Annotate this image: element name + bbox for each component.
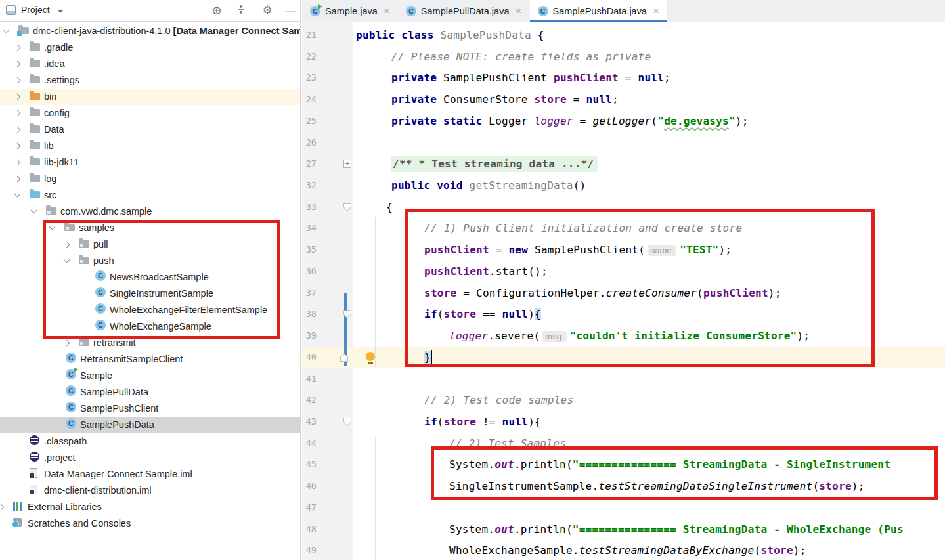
tab-samplepushdata-java[interactable]: CSamplePushData.java✕ xyxy=(530,0,668,22)
fold-marker-plus[interactable]: + xyxy=(343,160,351,168)
tree-item-label: lib-jdk11 xyxy=(44,157,79,167)
tree-item-label: .project xyxy=(44,452,76,463)
tree-item-sample[interactable]: CSample xyxy=(0,368,300,384)
code-line-32[interactable]: public void getStreamingData() xyxy=(353,175,945,196)
code-line-48[interactable]: System.out.println("=============== Stre… xyxy=(353,519,945,540)
tree-item-settings[interactable]: .settings xyxy=(0,72,300,89)
chevron-right-icon[interactable] xyxy=(14,61,21,68)
line-number: 22 xyxy=(303,46,317,68)
package-icon xyxy=(79,339,89,346)
chevron-right-icon[interactable] xyxy=(14,143,21,150)
tree-item-dmc-client-java-distribution-4-1-0[interactable]: dmc-client-java-distribution-4.1.0 [Data… xyxy=(0,23,300,39)
class-icon: C xyxy=(66,385,76,396)
tree-item-dmc-client-distribution-iml[interactable]: dmc-client-distribution.iml xyxy=(0,483,300,499)
chevron-down-icon[interactable] xyxy=(58,10,63,13)
chevron-right-icon[interactable] xyxy=(14,45,21,51)
chevron-right-icon[interactable] xyxy=(64,340,70,347)
code-token: // Please NOTE: create fields as private xyxy=(391,51,651,63)
tree-item-log[interactable]: log xyxy=(0,171,300,187)
code-line-43[interactable]: if(store != null){ xyxy=(353,411,945,433)
code-line-23[interactable]: private SamplePushClient pushClient = nu… xyxy=(353,67,945,89)
code-line-42[interactable]: // 2) Test code samples xyxy=(353,389,945,411)
chevron-right-icon[interactable] xyxy=(14,176,21,183)
tree-item-lib-jdk11[interactable]: lib-jdk11 xyxy=(0,154,300,171)
tree-item-label: Sample xyxy=(80,370,112,381)
chevron-right-icon[interactable] xyxy=(14,77,21,84)
code-line-24[interactable]: private ConsumerStore store = null; xyxy=(353,89,945,110)
chevron-right-icon[interactable] xyxy=(14,127,21,133)
tree-item-label: src xyxy=(44,190,56,200)
tree-item-com-vwd-dmc-sample[interactable]: com.vwd.dmc.sample xyxy=(0,204,300,220)
hide-icon[interactable]: — xyxy=(284,4,297,17)
tab-sample-java[interactable]: CSample.java✕ xyxy=(302,0,398,22)
code-line-49[interactable]: WholeExchangeSample.testStreamingDataByE… xyxy=(353,540,945,560)
pane-splitter[interactable] xyxy=(300,0,301,560)
chevron-down-icon[interactable] xyxy=(14,191,21,198)
code-line-21[interactable]: public class SamplePushData { xyxy=(353,24,945,46)
chevron-down-icon[interactable] xyxy=(31,207,37,214)
tab-label: SamplePullData.java xyxy=(421,6,510,16)
tree-item-samplepushdata[interactable]: CSamplePushData xyxy=(0,417,300,433)
collapse-all-icon[interactable] xyxy=(234,4,248,17)
tree-item-idea[interactable]: .idea xyxy=(0,56,300,72)
tree-item-label: com.vwd.dmc.sample xyxy=(60,206,152,217)
chevron-right-icon[interactable] xyxy=(14,110,21,117)
code-line-26[interactable] xyxy=(353,132,945,154)
chevron-right-icon[interactable] xyxy=(14,94,21,100)
tree-item-config[interactable]: config xyxy=(0,105,300,121)
code-line-41[interactable] xyxy=(353,368,945,390)
close-icon[interactable]: ✕ xyxy=(653,7,659,16)
class-icon: C xyxy=(66,402,76,412)
locate-icon[interactable]: ⊕ xyxy=(210,4,223,17)
code-token: .println( xyxy=(514,523,573,536)
code-token: getStreamingData xyxy=(470,179,573,192)
folder-blue-icon xyxy=(30,191,40,198)
tree-item-lib[interactable]: lib xyxy=(0,138,300,154)
code-token: != xyxy=(476,416,502,428)
chevron-right-icon[interactable] xyxy=(14,160,21,166)
fold-marker-open[interactable] xyxy=(343,203,351,211)
tree-item-label: External Libraries xyxy=(28,502,102,512)
fold-marker-open[interactable] xyxy=(343,418,351,426)
line-number: 26 xyxy=(303,132,317,154)
tree-item-samplepushclient[interactable]: CSamplePushClient xyxy=(0,400,300,417)
tree-item-label: SamplePushData xyxy=(80,420,154,430)
close-icon[interactable]: ✕ xyxy=(515,7,521,16)
tree-item-classpath[interactable]: .classpath xyxy=(0,433,300,450)
code-token: testStreamingDataByExchange xyxy=(579,544,755,557)
code-line-25[interactable]: private static Logger logger = getLogger… xyxy=(353,110,945,132)
code-line-22[interactable]: // Please NOTE: create fields as private xyxy=(353,46,945,68)
fold-marker-open[interactable] xyxy=(343,310,351,318)
code-token: ConsumerStore xyxy=(443,93,534,106)
chevron-down-icon[interactable] xyxy=(3,27,10,33)
chevron-right-icon[interactable] xyxy=(0,504,4,511)
line-number: 40 xyxy=(303,347,317,368)
code-token: "=============== StreamingData - WholeEx… xyxy=(573,523,904,536)
tree-item-data[interactable]: Data xyxy=(0,121,300,138)
tree-item-label: Data xyxy=(44,124,64,135)
settings-gear-icon[interactable]: ⚙ xyxy=(261,4,274,17)
tree-item-bin[interactable]: bin xyxy=(0,89,300,105)
fold-marker-end[interactable] xyxy=(340,353,348,362)
close-icon[interactable]: ✕ xyxy=(384,7,390,16)
tree-item-external-libraries[interactable]: External Libraries xyxy=(0,499,300,515)
tree-item-samplepulldata[interactable]: CSamplePullData xyxy=(0,384,300,400)
runnable-class-icon: C xyxy=(310,6,320,16)
tree-item-src[interactable]: src xyxy=(0,187,300,204)
annotation-rect-single-instrument xyxy=(431,446,938,500)
tree-item-label: RetransmitSampleClient xyxy=(80,354,183,364)
tree-item-project[interactable]: .project xyxy=(0,450,300,466)
code-token: getLogger xyxy=(592,115,651,127)
runnable-class-icon: C xyxy=(66,369,76,379)
tree-item-scratches-and-consoles[interactable]: Scratches and Consoles xyxy=(0,515,300,532)
tree-item-gradle[interactable]: .gradle xyxy=(0,39,300,56)
code-token: Logger xyxy=(489,115,534,127)
code-token: if xyxy=(424,416,437,428)
tab-samplepulldata-java[interactable]: CSamplePullData.java✕ xyxy=(398,0,530,22)
project-pane-title[interactable]: Project xyxy=(21,5,50,15)
tree-item-data-manager-connect-sample-iml[interactable]: Data Manager Connect Sample.iml xyxy=(0,466,300,483)
code-line-27[interactable]: /** * Test streaming data ...*/ xyxy=(353,153,945,175)
ide-window: Project ⊕ ⚙ — dmc-client-java-distributi… xyxy=(0,0,945,560)
tree-item-retransmitsampleclient[interactable]: CRetransmitSampleClient xyxy=(0,351,300,368)
tree-item-label: log xyxy=(44,173,56,184)
